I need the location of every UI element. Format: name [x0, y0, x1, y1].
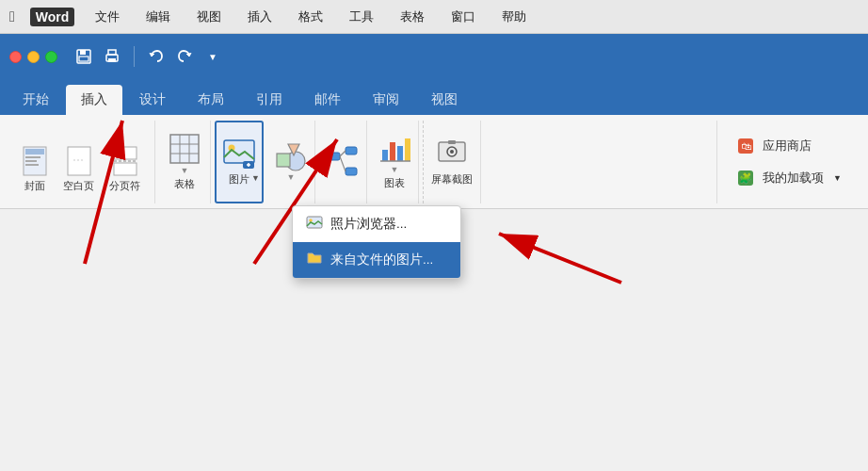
ribbon-content: 封面 空白页 分页符 ▼ 表格 [0, 115, 868, 209]
app-name-menu[interactable]: Word [30, 8, 75, 26]
tab-view[interactable]: 视图 [416, 85, 473, 115]
picture-dropdown-arrow: ▼ [251, 173, 260, 183]
toolbar-group-file [71, 43, 125, 70]
tab-mailings[interactable]: 邮件 [299, 85, 356, 115]
app-store-btn[interactable]: 🛍 应用商店 [729, 133, 849, 159]
toolbar-bar: ▼ [0, 34, 868, 79]
svg-rect-14 [114, 163, 137, 175]
svg-rect-34 [382, 150, 388, 161]
svg-line-33 [340, 156, 346, 171]
svg-point-41 [450, 150, 454, 154]
toolbar-sep-1 [134, 46, 135, 67]
tab-home[interactable]: 开始 [8, 85, 64, 115]
close-button[interactable] [9, 51, 22, 63]
table-label: 表格 [174, 177, 195, 191]
svg-rect-1 [80, 50, 86, 55]
from-file-item[interactable]: 来自文件的图片... [293, 242, 460, 278]
window-menu[interactable]: 窗口 [445, 7, 481, 27]
blank-page-btn[interactable]: 空白页 [58, 142, 99, 196]
edit-menu[interactable]: 编辑 [140, 7, 176, 27]
file-menu[interactable]: 文件 [89, 7, 125, 27]
svg-rect-13 [114, 147, 137, 159]
tab-insert[interactable]: 插入 [66, 85, 122, 115]
svg-text:🧩: 🧩 [739, 171, 752, 185]
my-addins-btn[interactable]: 🧩 我的加载项 ▼ [729, 165, 849, 191]
blank-page-label: 空白页 [63, 179, 94, 193]
picture-label: 图片 [229, 172, 249, 187]
screenshot-btn[interactable]: 屏幕截图 [423, 121, 481, 203]
insert-menu[interactable]: 插入 [242, 7, 278, 27]
print-icon[interactable] [99, 43, 125, 70]
svg-text:🛍: 🛍 [741, 140, 752, 152]
my-addins-label: 我的加载项 [763, 170, 824, 187]
tab-design[interactable]: 设计 [124, 85, 181, 115]
maximize-button[interactable] [45, 51, 57, 63]
undo-icon[interactable] [143, 43, 169, 70]
table-btn[interactable]: ▼ 表格 [159, 121, 211, 203]
svg-rect-8 [25, 156, 40, 158]
chart-dropdown-arrow: ▼ [391, 165, 399, 174]
svg-rect-4 [108, 50, 116, 55]
svg-line-32 [340, 151, 346, 156]
svg-rect-36 [397, 146, 403, 161]
view-menu-menu[interactable]: 视图 [191, 7, 227, 27]
cover-page-label: 封面 [24, 179, 45, 193]
ribbon-tabs: 开始 插入 设计 布局 引用 邮件 审阅 视图 [0, 79, 868, 115]
table-menu[interactable]: 表格 [394, 7, 430, 27]
smartart-btn[interactable] [319, 121, 367, 203]
pages-group: 封面 空白页 分页符 [8, 121, 155, 203]
svg-rect-5 [108, 58, 116, 62]
from-file-icon [306, 250, 323, 270]
chart-label: 图表 [384, 176, 405, 190]
shapes-btn[interactable]: ▼ [267, 121, 315, 203]
svg-rect-37 [405, 138, 410, 161]
svg-rect-30 [346, 147, 357, 154]
apple-menu[interactable]:  [9, 8, 15, 25]
my-addins-arrow: ▼ [833, 173, 842, 183]
svg-rect-2 [79, 57, 88, 61]
traffic-lights [9, 51, 57, 63]
redo-icon[interactable] [171, 43, 198, 70]
page-break-btn[interactable]: 分页符 [104, 142, 145, 196]
svg-rect-31 [346, 168, 357, 175]
from-file-label: 来自文件的图片... [330, 252, 433, 268]
save-icon[interactable] [71, 43, 97, 70]
screenshot-label: 屏幕截图 [431, 172, 473, 187]
svg-rect-9 [25, 160, 37, 162]
toolbar-group-undo: ▼ [143, 43, 226, 70]
minimize-button[interactable] [27, 51, 40, 63]
tab-references[interactable]: 引用 [241, 85, 297, 115]
svg-rect-28 [277, 154, 290, 167]
app-store-label: 应用商店 [763, 138, 812, 154]
picture-btn[interactable]: ▼ 图片 [215, 121, 264, 203]
right-group: 🛍 应用商店 🧩 我的加载项 ▼ [716, 121, 860, 203]
dropdown-icon[interactable]: ▼ [200, 43, 226, 70]
picture-dropdown-menu: 照片浏览器... 来自文件的图片... [292, 205, 461, 279]
page-break-label: 分页符 [109, 179, 140, 193]
photo-browser-icon [306, 214, 323, 235]
photo-browser-item[interactable]: 照片浏览器... [293, 206, 460, 242]
shapes-dropdown-arrow: ▼ [287, 172, 296, 182]
chart-btn[interactable]: ▼ 图表 [371, 121, 419, 203]
svg-rect-35 [390, 142, 395, 161]
cover-page-btn[interactable]: 封面 [17, 142, 53, 196]
svg-rect-29 [329, 153, 340, 160]
svg-rect-7 [25, 149, 44, 154]
svg-rect-42 [448, 140, 456, 144]
tools-menu[interactable]: 工具 [344, 7, 379, 27]
svg-rect-16 [170, 135, 199, 163]
mac-menubar:  Word 文件 编辑 视图 插入 格式 工具 表格 窗口 帮助 [0, 0, 868, 34]
photo-browser-label: 照片浏览器... [330, 216, 407, 233]
tab-review[interactable]: 审阅 [358, 85, 414, 115]
format-menu[interactable]: 格式 [293, 7, 329, 27]
svg-rect-11 [68, 147, 90, 175]
svg-rect-10 [25, 164, 39, 166]
table-dropdown-arrow: ▼ [181, 166, 189, 175]
help-menu[interactable]: 帮助 [496, 7, 532, 27]
tab-layout[interactable]: 布局 [183, 85, 239, 115]
